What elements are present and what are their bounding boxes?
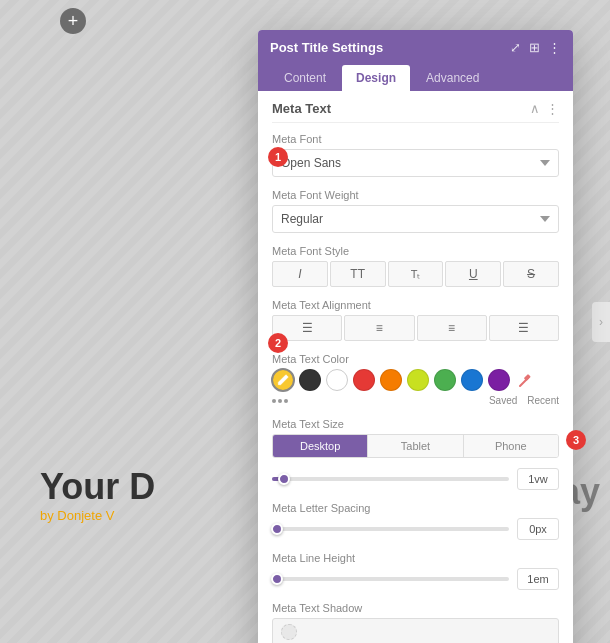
align-right[interactable]: ≡ [417, 315, 487, 341]
align-justify[interactable]: ☰ [489, 315, 559, 341]
style-strikethrough[interactable]: S [503, 261, 559, 287]
line-height-slider[interactable] [272, 577, 509, 581]
line-height-slider-row [272, 568, 559, 590]
meta-letter-spacing-label: Meta Letter Spacing [272, 502, 559, 514]
meta-font-label: Meta Font [272, 133, 559, 145]
panel-title: Post Title Settings [270, 40, 383, 55]
right-handle[interactable]: › [592, 302, 610, 342]
style-buttons: I TT Tₜ U S [272, 261, 559, 287]
letter-spacing-slider[interactable] [272, 527, 509, 531]
shadow-preview [281, 624, 297, 640]
add-button[interactable]: + [60, 8, 86, 34]
align-center[interactable]: ≡ [344, 315, 414, 341]
color-orange[interactable] [380, 369, 402, 391]
section-header-icons: ∧ ⋮ [530, 101, 559, 116]
tab-design[interactable]: Design [342, 65, 410, 91]
meta-line-height-label: Meta Line Height [272, 552, 559, 564]
badge-3: 3 [566, 430, 586, 450]
panel-header: Post Title Settings ⤢ ⊞ ⋮ [258, 30, 573, 65]
size-slider-row [272, 468, 559, 490]
panel-header-icons: ⤢ ⊞ ⋮ [510, 40, 561, 55]
expand-icon[interactable]: ⤢ [510, 40, 521, 55]
color-black[interactable] [299, 369, 321, 391]
color-picker-icon[interactable] [515, 369, 537, 391]
letter-spacing-slider-row [272, 518, 559, 540]
meta-text-color-label: Meta Text Color [272, 353, 559, 365]
color-white[interactable] [326, 369, 348, 391]
meta-font-style-label: Meta Font Style [272, 245, 559, 257]
style-uppercase[interactable]: TT [330, 261, 386, 287]
color-purple[interactable] [488, 369, 510, 391]
meta-font-style-group: Meta Font Style I TT Tₜ U S [272, 245, 559, 287]
meta-text-alignment-group: Meta Text Alignment ☰ ≡ ≡ ☰ [272, 299, 559, 341]
meta-line-height-group: Meta Line Height [272, 552, 559, 590]
badge-1: 1 [268, 147, 288, 167]
align-buttons: ☰ ≡ ≡ ☰ [272, 315, 559, 341]
size-value-input[interactable] [517, 468, 559, 490]
tab-tablet[interactable]: Tablet [368, 435, 463, 457]
size-slider[interactable] [272, 477, 509, 481]
style-italic[interactable]: I [272, 261, 328, 287]
color-yellow-green[interactable] [407, 369, 429, 391]
color-saved-recent: Saved Recent [489, 395, 559, 406]
meta-font-weight-label: Meta Font Weight [272, 189, 559, 201]
section-header: Meta Text ∧ ⋮ [272, 101, 559, 123]
letter-spacing-value-input[interactable] [517, 518, 559, 540]
meta-text-alignment-label: Meta Text Alignment [272, 299, 559, 311]
grid-icon[interactable]: ⊞ [529, 40, 540, 55]
meta-font-group: Meta Font Open Sans [272, 133, 559, 177]
meta-font-select[interactable]: Open Sans [272, 149, 559, 177]
settings-panel: Post Title Settings ⤢ ⊞ ⋮ Content Design… [258, 30, 573, 643]
color-red[interactable] [353, 369, 375, 391]
color-swatches [272, 369, 559, 391]
tab-content[interactable]: Content [270, 65, 340, 91]
recent-label[interactable]: Recent [527, 395, 559, 406]
active-color-swatch[interactable] [272, 369, 294, 391]
meta-text-color-group: Meta Text Color [272, 353, 559, 406]
panel-tabs: Content Design Advanced [258, 65, 573, 91]
saved-label[interactable]: Saved [489, 395, 517, 406]
pencil-icon [276, 373, 290, 387]
color-more[interactable] [272, 399, 288, 403]
style-underline[interactable]: U [445, 261, 501, 287]
meta-text-shadow-group: Meta Text Shadow [272, 602, 559, 643]
collapse-icon[interactable]: ∧ [530, 101, 540, 116]
tab-advanced[interactable]: Advanced [412, 65, 493, 91]
meta-text-size-group: Meta Text Size Desktop Tablet Phone [272, 418, 559, 490]
more-icon[interactable]: ⋮ [548, 40, 561, 55]
device-tabs: Desktop Tablet Phone [272, 434, 559, 458]
section-title: Meta Text [272, 101, 331, 116]
meta-font-weight-select[interactable]: Regular [272, 205, 559, 233]
meta-letter-spacing-group: Meta Letter Spacing [272, 502, 559, 540]
color-blue[interactable] [461, 369, 483, 391]
panel-body: Meta Text ∧ ⋮ Meta Font Open Sans Meta F… [258, 91, 573, 643]
tab-desktop[interactable]: Desktop [273, 435, 368, 457]
section-more-icon[interactable]: ⋮ [546, 101, 559, 116]
badge-2: 2 [268, 333, 288, 353]
tab-phone[interactable]: Phone [464, 435, 558, 457]
meta-font-weight-group: Meta Font Weight Regular [272, 189, 559, 233]
meta-text-shadow-label: Meta Text Shadow [272, 602, 559, 614]
line-height-value-input[interactable] [517, 568, 559, 590]
style-capitalize[interactable]: Tₜ [388, 261, 444, 287]
meta-text-size-label: Meta Text Size [272, 418, 559, 430]
color-green[interactable] [434, 369, 456, 391]
